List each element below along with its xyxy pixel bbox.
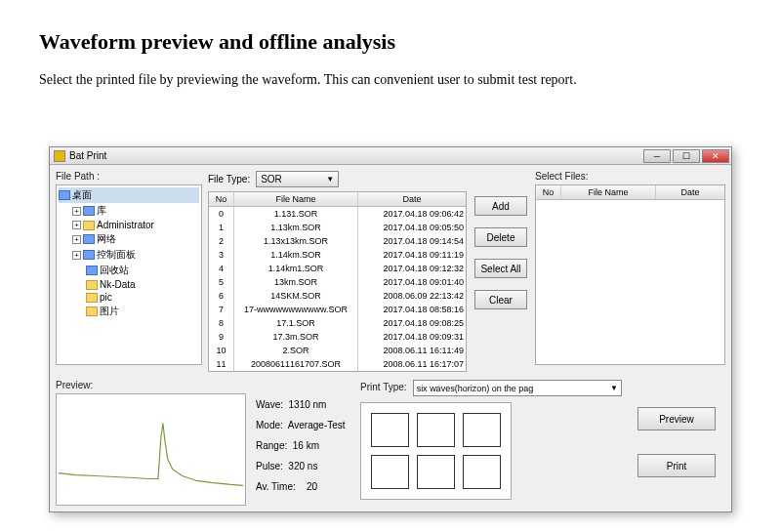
cell-date: 2017.04.18 09:08:25 xyxy=(358,316,466,330)
col-header-date[interactable]: Date xyxy=(358,192,466,206)
table-row[interactable]: 102.SOR2008.06.11 16:11:49 xyxy=(209,344,466,357)
tree-item-label: 控制面板 xyxy=(97,248,136,262)
page-intro: Select the printed file by previewing th… xyxy=(39,72,742,88)
cell-date: 2017.04.18 08:58:42 xyxy=(358,371,466,372)
file-path-label: File Path : xyxy=(56,171,202,182)
application-window: Bat Print ─ ☐ ✕ File Path : 桌面 +库 +Admin… xyxy=(49,146,732,512)
cell-name: 1.14km.SOR xyxy=(234,248,358,262)
desktop-icon xyxy=(59,190,70,200)
recycle-icon xyxy=(86,266,98,275)
col-header-name[interactable]: File Name xyxy=(234,192,358,206)
col-header-no[interactable]: No xyxy=(209,192,234,206)
mode-label: Mode: xyxy=(256,420,283,430)
expand-icon[interactable]: + xyxy=(72,221,81,229)
table-row[interactable]: 01.131.SOR2017.04.18 09:06:42 xyxy=(209,207,466,221)
table-row[interactable]: 614SKM.SOR2008.06.09 22:13:42 xyxy=(209,289,466,303)
folder-icon xyxy=(86,307,98,316)
table-row[interactable]: 41.14km1.SOR2017.04.18 09:12:32 xyxy=(209,262,466,275)
chevron-down-icon: ▼ xyxy=(610,384,618,392)
cell-name: 1.13x13km.SOR xyxy=(234,234,358,248)
table-row[interactable]: 817.1.SOR2017.04.18 09:08:25 xyxy=(209,316,466,330)
cell-date: 2017.04.18 09:09:31 xyxy=(358,330,466,344)
avtime-label: Av. Time: xyxy=(256,481,296,492)
file-type-select[interactable]: SOR ▼ xyxy=(256,171,339,187)
print-type-label: Print Type: xyxy=(360,382,407,392)
tree-item-label: Administrator xyxy=(97,220,154,230)
table-row[interactable]: 917.3m.SOR2017.04.18 09:09:31 xyxy=(209,330,466,344)
pulse-label: Pulse: xyxy=(256,461,283,471)
app-icon xyxy=(54,150,65,162)
cell-name: 13km.SOR xyxy=(234,275,358,289)
delete-button[interactable]: Delete xyxy=(474,227,527,247)
clear-button[interactable]: Clear xyxy=(474,290,527,309)
expand-icon[interactable]: + xyxy=(72,251,81,260)
folder-icon xyxy=(86,280,98,290)
mode-value: Average-Test xyxy=(288,420,346,430)
cell-date: 2017.04.18 09:06:42 xyxy=(358,207,466,221)
selected-files-table[interactable]: No File Name Date xyxy=(535,184,725,365)
col-header-name[interactable]: File Name xyxy=(561,185,656,199)
layout-cell xyxy=(463,455,501,489)
layout-cell xyxy=(371,413,409,447)
table-row[interactable]: 11.13km.SOR2017.04.18 09:05:50 xyxy=(209,221,466,234)
cell-no: 1 xyxy=(209,221,234,234)
maximize-button[interactable]: ☐ xyxy=(673,149,700,163)
avtime-value: 20 xyxy=(307,481,317,492)
network-icon xyxy=(83,234,95,244)
cell-no: 3 xyxy=(209,248,234,262)
tree-item-label: pic xyxy=(100,292,112,303)
cell-date: 2017.04.18 09:11:19 xyxy=(358,248,466,262)
select-files-label: Select Files: xyxy=(535,171,725,182)
col-header-no[interactable]: No xyxy=(536,185,561,199)
cell-no: 0 xyxy=(209,207,234,221)
range-value: 16 km xyxy=(293,440,319,451)
folder-icon xyxy=(83,221,95,230)
cell-date: 2017.04.18 08:58:16 xyxy=(358,303,466,316)
cell-no: 10 xyxy=(209,344,234,357)
folder-tree[interactable]: 桌面 +库 +Administrator +网络 +控制面板 回收站 Nk-Da… xyxy=(56,184,202,365)
col-header-date[interactable]: Date xyxy=(656,185,724,199)
layout-cell xyxy=(371,455,409,489)
cell-no: 6 xyxy=(209,289,234,303)
cell-no: 9 xyxy=(209,330,234,344)
cell-name: 1.131.SOR xyxy=(234,207,358,221)
layout-cell xyxy=(417,413,455,447)
expand-icon[interactable]: + xyxy=(72,235,81,244)
cell-no: 5 xyxy=(209,275,234,289)
waveform-preview xyxy=(56,393,246,506)
folder-icon xyxy=(86,293,98,303)
minimize-button[interactable]: ─ xyxy=(643,149,671,163)
cell-name: 1.14km1.SOR xyxy=(234,262,358,275)
table-row[interactable]: 513km.SOR2017.04.18 09:01:40 xyxy=(209,275,466,289)
chevron-down-icon: ▼ xyxy=(326,175,334,184)
waveform-info: Wave: 1310 nm Mode: Average-Test Range: … xyxy=(252,380,354,506)
close-button[interactable]: ✕ xyxy=(702,149,729,163)
print-button[interactable]: Print xyxy=(637,454,716,477)
print-type-value: six waves(horizon) on the pag xyxy=(417,384,534,393)
file-type-label: File Type: xyxy=(208,174,250,184)
add-button[interactable]: Add xyxy=(474,196,527,216)
table-row[interactable]: 31.14km.SOR2017.04.18 09:11:19 xyxy=(209,248,466,262)
expand-icon[interactable]: + xyxy=(72,207,81,216)
table-row[interactable]: 21.13x13km.SOR2017.04.18 09:14:54 xyxy=(209,234,466,248)
table-row[interactable]: 717-wwwwwwwwwww.SOR2017.04.18 08:58:16 xyxy=(209,303,466,316)
cell-name: 20170721142756.SOR xyxy=(234,371,358,372)
file-type-value: SOR xyxy=(261,174,282,184)
cell-date: 2017.04.18 09:14:54 xyxy=(358,234,466,248)
preview-button[interactable]: Preview xyxy=(637,407,716,430)
control-panel-icon xyxy=(83,250,95,260)
cell-name: 2.SOR xyxy=(234,344,358,357)
wave-label: Wave: xyxy=(256,399,283,410)
file-list-table[interactable]: No File Name Date 01.131.SOR2017.04.18 0… xyxy=(208,191,467,372)
cell-name: 1.13km.SOR xyxy=(234,221,358,234)
cell-name: 17.1.SOR xyxy=(234,316,358,330)
cell-name: 17.3m.SOR xyxy=(234,330,358,344)
layout-cell xyxy=(417,455,455,489)
cell-date: 2008.06.11 16:17:07 xyxy=(358,357,466,371)
print-type-select[interactable]: six waves(horizon) on the pag ▼ xyxy=(413,380,622,396)
select-all-button[interactable]: Select All xyxy=(474,259,527,278)
table-row[interactable]: 1120080611161707.SOR2008.06.11 16:17:07 xyxy=(209,357,466,371)
table-row[interactable]: 1220170721142756.SOR2017.04.18 08:58:42 xyxy=(209,371,466,372)
cell-no: 11 xyxy=(209,357,234,371)
cell-name: 14SKM.SOR xyxy=(234,289,358,303)
